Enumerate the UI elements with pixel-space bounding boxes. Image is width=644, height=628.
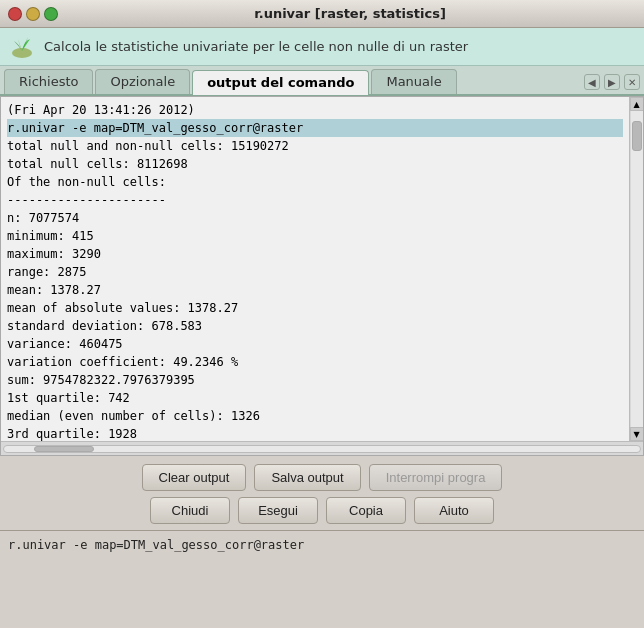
hscroll-track[interactable]: [3, 445, 641, 453]
close-window-button[interactable]: [8, 7, 22, 21]
tabs-bar: Richiesto Opzionale output del comando M…: [0, 66, 644, 96]
tab-manuale[interactable]: Manuale: [371, 69, 456, 94]
tab-output-del-comando[interactable]: output del comando: [192, 70, 369, 95]
close-button[interactable]: Chiudi: [150, 497, 230, 524]
tabs-next-button[interactable]: ▶: [604, 74, 620, 90]
button-row-2: Chiudi Esegui Copia Aiuto: [10, 497, 634, 524]
tabs-prev-button[interactable]: ◀: [584, 74, 600, 90]
output-with-scroll: (Fri Apr 20 13:41:26 2012)r.univar -e ma…: [1, 97, 643, 441]
vertical-scrollbar[interactable]: ▲ ▼: [629, 97, 643, 441]
tab-richiesto[interactable]: Richiesto: [4, 69, 93, 94]
tab-opzionale[interactable]: Opzionale: [95, 69, 190, 94]
header-bar: Calcola le statistiche univariate per le…: [0, 28, 644, 66]
window-title: r.univar [raster, statistics]: [64, 6, 636, 21]
window-controls: [8, 7, 58, 21]
scroll-thumb[interactable]: [632, 121, 642, 151]
button-row-1: Clear output Salva output Interrompi pro…: [10, 464, 634, 491]
tabs-close-button[interactable]: ✕: [624, 74, 640, 90]
output-pre[interactable]: (Fri Apr 20 13:41:26 2012)r.univar -e ma…: [1, 97, 629, 441]
tabs-nav: ◀ ▶ ✕: [584, 74, 640, 94]
help-button[interactable]: Aiuto: [414, 497, 494, 524]
hscroll-thumb[interactable]: [34, 446, 94, 452]
header-description: Calcola le statistiche univariate per le…: [44, 39, 468, 54]
status-bar: r.univar -e map=DTM_val_gesso_corr@raste…: [0, 530, 644, 558]
horizontal-scrollbar[interactable]: [1, 441, 643, 455]
output-container: (Fri Apr 20 13:41:26 2012)r.univar -e ma…: [0, 96, 644, 456]
scroll-track[interactable]: [631, 111, 643, 427]
scroll-up-button[interactable]: ▲: [630, 97, 644, 111]
scroll-down-button[interactable]: ▼: [630, 427, 644, 441]
copy-button[interactable]: Copia: [326, 497, 406, 524]
stop-program-button[interactable]: Interrompi progra: [369, 464, 503, 491]
maximize-window-button[interactable]: [44, 7, 58, 21]
buttons-area: Clear output Salva output Interrompi pro…: [0, 456, 644, 530]
run-button[interactable]: Esegui: [238, 497, 318, 524]
status-text: r.univar -e map=DTM_val_gesso_corr@raste…: [8, 538, 304, 552]
svg-point-0: [12, 48, 32, 58]
titlebar: r.univar [raster, statistics]: [0, 0, 644, 28]
output-text-area: (Fri Apr 20 13:41:26 2012)r.univar -e ma…: [1, 97, 629, 441]
save-output-button[interactable]: Salva output: [254, 464, 360, 491]
minimize-window-button[interactable]: [26, 7, 40, 21]
grass-logo-icon: [8, 33, 36, 61]
clear-output-button[interactable]: Clear output: [142, 464, 247, 491]
